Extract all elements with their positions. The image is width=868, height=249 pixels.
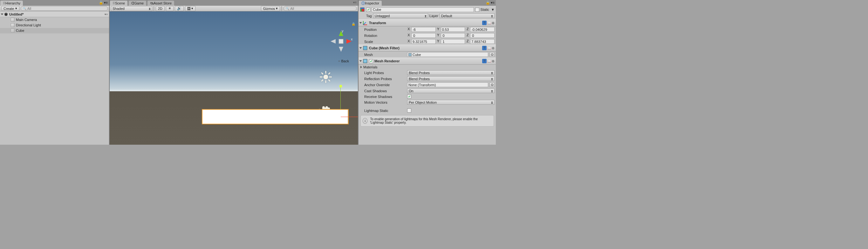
gizmos-dropdown[interactable]: Gizmos▾ [261,6,280,11]
tab-game[interactable]: ᗧGame [128,0,147,6]
static-checkbox[interactable] [475,8,479,12]
reference-icon[interactable]: 📖 [487,59,491,63]
separator [281,6,282,11]
scale-x-input[interactable]: 9.321875 [411,39,436,44]
tab-asset-store[interactable]: 🛍Asset Store [147,0,175,6]
reflectionprobes-dropdown[interactable]: Blend Probes [407,76,495,81]
info-icon: ⓘ [361,1,365,6]
static-label: Static [480,8,490,11]
svg-point-20 [322,106,325,109]
position-z-input[interactable]: -0.040629 [470,27,495,32]
panel-menu[interactable]: 🔒▾≡ [486,1,495,5]
scene-viewport[interactable]: 🔒 y x ≡Back [110,11,358,145]
scene-name: Untitled* [9,12,24,16]
scale-y-input[interactable]: 1 [441,39,465,44]
reference-icon[interactable]: 📖 [487,46,491,50]
hierarchy-tab[interactable]: ☰ Hierarchy [0,0,23,6]
svg-rect-28 [363,46,367,50]
help-icon[interactable]: ? [482,46,487,50]
scene-menu-icon[interactable]: ▾≡ [104,13,108,16]
gear-icon[interactable]: ⚙ [492,21,495,25]
lightprobes-dropdown[interactable]: Blend Probes [407,70,495,75]
pacman-icon: ᗧ [131,1,134,5]
scene-panel: ☰Scene ᗧGame 🛍Asset Store ▾≡ Shaded 2D ☀… [110,0,359,145]
motionvectors-dropdown[interactable]: Per Object Motion [407,100,495,105]
svg-line-16 [328,72,330,74]
meshfilter-title: Cube (Mesh Filter) [369,46,400,50]
layer-dropdown[interactable]: Default [440,13,495,18]
cart-icon: 🛍 [150,1,154,5]
reference-icon[interactable]: 📖 [487,21,491,25]
gameobject-icon [360,7,365,12]
object-name-input[interactable]: Cube [372,7,474,12]
receiveshadows-checkbox[interactable] [407,94,411,99]
svg-line-17 [321,80,323,81]
motionvectors-label: Motion Vectors [360,100,406,104]
foldout-icon[interactable] [360,48,362,49]
audio-toggle[interactable]: 🔊 [175,6,184,11]
position-label: Position [360,28,406,31]
cube-object[interactable] [202,109,349,124]
scene-icon: ☰ [113,2,115,5]
gear-icon[interactable]: ⚙ [492,59,495,63]
unity-logo-icon [4,12,8,16]
transform-icon [363,20,368,26]
meshrenderer-header[interactable]: Mesh Renderer ?📖⚙ [359,58,496,65]
mesh-field[interactable]: Cube [407,52,488,57]
scene-row[interactable]: Untitled* ▾≡ [0,11,109,17]
svg-point-9 [323,75,328,80]
back-button[interactable]: ≡Back [338,59,349,63]
foldout-icon[interactable] [361,66,362,68]
orientation-gizmo[interactable]: y x [328,29,353,54]
fx-toggle[interactable]: 🖼▾ [185,6,195,11]
svg-text:x: x [351,37,353,41]
inspector-tab[interactable]: ⓘInspector [359,0,382,6]
x-axis-line [341,117,358,117]
hierarchy-tab-label: Hierarchy [5,1,20,5]
sun-icon: ☀ [168,6,171,10]
tag-dropdown[interactable]: Untagged [373,13,428,18]
gameobject-icon [11,29,14,32]
rotation-z-input[interactable]: 0 [470,33,495,38]
svg-line-27 [363,22,366,25]
light-gizmo[interactable] [319,70,333,84]
inspector-panel: ⓘInspector 🔒▾≡ Cube Static▼ Tag Untagged… [359,0,496,145]
rotation-x-input[interactable]: 0 [411,33,436,38]
object-picker-button[interactable]: ⊙ [490,82,495,87]
panel-menu[interactable]: ▾≡ [353,1,356,4]
position-x-input[interactable]: -6 [411,27,436,32]
transform-header[interactable]: Transform ?📖⚙ [359,20,496,26]
lock-icon: 🔒 [99,1,103,5]
gear-icon[interactable]: ⚙ [492,46,495,50]
foldout-icon[interactable] [1,14,3,15]
meshfilter-header[interactable]: Cube (Mesh Filter) ?📖⚙ [359,44,496,52]
castshadows-dropdown[interactable]: On [407,88,495,93]
hierarchy-item-directional-light[interactable]: Directional Light [0,23,109,28]
active-checkbox[interactable] [366,8,370,12]
rotation-y-input[interactable]: 0 [441,33,465,38]
object-picker-button[interactable]: ⊙ [490,52,495,57]
help-icon[interactable]: ? [482,59,487,63]
lightmapstatic-checkbox[interactable] [407,108,411,113]
meshrenderer-enable-checkbox[interactable] [369,59,373,63]
foldout-icon[interactable] [360,22,362,24]
scene-search-input[interactable]: All [283,6,356,11]
foldout-icon[interactable] [360,60,362,62]
anchor-field[interactable]: None (Transform) [407,82,488,87]
position-y-input[interactable]: 0.53 [441,27,465,32]
create-button[interactable]: Create▾ [1,6,20,11]
shading-mode-dropdown[interactable]: Shaded [111,6,152,11]
viewport-lock-icon[interactable]: 🔒 [351,22,355,26]
help-icon[interactable]: ? [482,21,487,25]
hierarchy-search-input[interactable]: All [21,6,108,11]
lighting-toggle[interactable]: ☀ [166,6,174,11]
hierarchy-item-main-camera[interactable]: Main Camera [0,17,109,23]
tab-scene[interactable]: ☰Scene [110,0,128,6]
button-2d[interactable]: 2D [156,6,165,11]
hierarchy-item-cube[interactable]: Cube [0,28,109,33]
panel-menu[interactable]: 🔒▾≡ [99,1,108,5]
svg-rect-24 [361,9,362,11]
hierarchy-item-label: Directional Light [16,23,41,27]
pivot-handle[interactable] [339,85,342,88]
scale-z-input[interactable]: 7.883743 [470,39,495,44]
